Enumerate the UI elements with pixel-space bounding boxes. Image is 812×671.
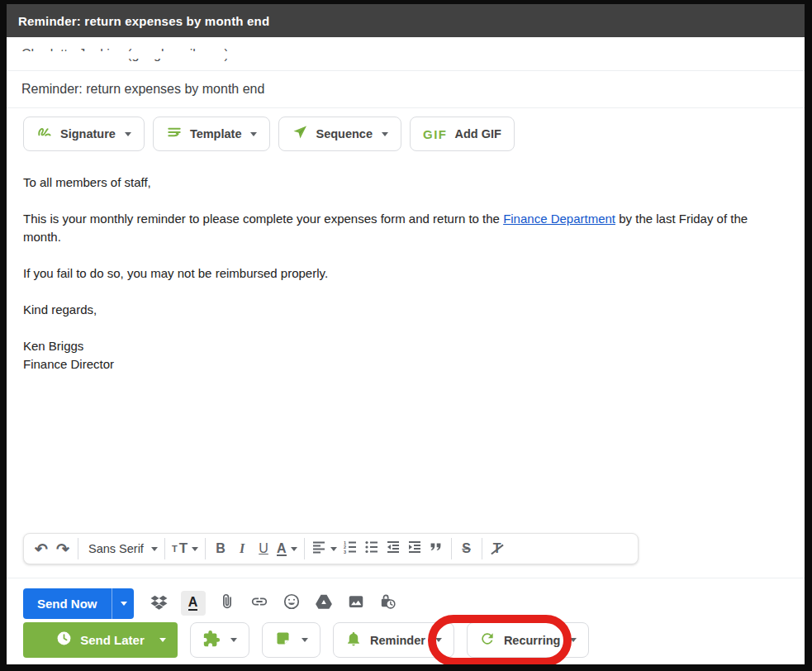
sequence-icon bbox=[292, 124, 308, 144]
underline-button[interactable]: U bbox=[253, 536, 274, 561]
insert-photo-button[interactable] bbox=[345, 592, 367, 614]
undo-button[interactable]: ↶ bbox=[31, 536, 52, 561]
strikethrough-button[interactable]: S bbox=[456, 536, 477, 561]
send-now-button[interactable]: Send Now bbox=[23, 588, 134, 619]
outdent-button[interactable] bbox=[382, 536, 404, 561]
chevron-down-icon bbox=[159, 638, 166, 642]
chevron-down-icon bbox=[192, 547, 198, 551]
confidential-mode-button[interactable] bbox=[378, 592, 399, 614]
signature-icon bbox=[36, 124, 53, 144]
strikethrough-icon: S bbox=[462, 541, 471, 556]
google-drive-icon bbox=[315, 592, 333, 614]
recurring-label: Recurring bbox=[504, 634, 561, 647]
template-icon bbox=[166, 124, 183, 144]
toolbar-divider bbox=[205, 538, 206, 559]
signature-title: Finance Director bbox=[23, 355, 788, 374]
font-family-value: Sans Serif bbox=[85, 542, 147, 555]
finance-department-link[interactable]: Finance Department bbox=[503, 212, 615, 226]
body-paragraph: This is your monthly reminder to please … bbox=[23, 210, 788, 246]
send-later-label: Send Later bbox=[80, 633, 145, 647]
chevron-down-icon bbox=[125, 132, 131, 136]
frame-border bbox=[0, 664, 812, 671]
indent-button[interactable] bbox=[404, 536, 425, 561]
body-paragraph: Kind regards, bbox=[23, 301, 788, 319]
toolbar-divider bbox=[304, 538, 305, 559]
redo-button[interactable]: ↷ bbox=[52, 536, 74, 561]
italic-button[interactable]: I bbox=[231, 536, 253, 561]
recipient-row[interactable]: Charlotte Jenkins (googlemail.com) bbox=[7, 37, 805, 71]
toolbar-divider bbox=[482, 538, 482, 559]
chevron-down-icon bbox=[291, 547, 297, 551]
reminder-label: Reminder bbox=[370, 634, 425, 647]
send-now-dropdown[interactable] bbox=[112, 588, 134, 619]
italic-icon: I bbox=[240, 541, 245, 556]
quote-button[interactable] bbox=[425, 536, 447, 561]
align-button[interactable] bbox=[309, 536, 340, 561]
compose-window: Reminder: return expenses by month end C… bbox=[7, 4, 805, 664]
clear-formatting-button[interactable]: T bbox=[487, 536, 508, 561]
add-gif-button[interactable]: GIF Add GIF bbox=[410, 117, 515, 151]
dropbox-button[interactable] bbox=[149, 592, 170, 614]
bullet-list-button[interactable] bbox=[361, 536, 382, 561]
chevron-down-icon bbox=[151, 547, 158, 551]
clock-icon bbox=[56, 631, 72, 650]
font-size-button[interactable]: TT bbox=[169, 536, 201, 561]
notes-menu-button[interactable] bbox=[262, 622, 321, 658]
formatting-options-icon: A bbox=[188, 596, 198, 611]
subject-text: Reminder: return expenses by month end bbox=[21, 82, 264, 97]
chevron-down-icon bbox=[570, 638, 577, 642]
numbered-list-icon: 123 bbox=[343, 540, 358, 558]
bullet-list-icon bbox=[364, 540, 379, 558]
insert-link-button[interactable] bbox=[249, 592, 270, 614]
image-icon bbox=[347, 592, 365, 614]
formatting-toolbar: ↶ ↷ Sans Serif TT B I U A bbox=[23, 533, 639, 564]
sticky-note-icon bbox=[274, 630, 292, 650]
underline-icon: U bbox=[259, 541, 268, 556]
paperclip-icon bbox=[218, 592, 236, 614]
formatting-options-button[interactable]: A bbox=[181, 591, 206, 616]
chevron-down-icon bbox=[302, 638, 308, 642]
bell-icon bbox=[345, 631, 362, 650]
chevron-down-icon bbox=[330, 547, 337, 551]
insert-emoji-button[interactable] bbox=[281, 592, 302, 614]
clear-formatting-icon: T bbox=[493, 541, 501, 556]
compose-titlebar[interactable]: Reminder: return expenses by month end bbox=[7, 4, 805, 37]
sequence-label: Sequence bbox=[316, 127, 373, 140]
chevron-down-icon bbox=[230, 638, 237, 642]
signature-button[interactable]: Signature bbox=[23, 117, 145, 151]
indent-decrease-icon bbox=[386, 540, 401, 558]
extension-menu-button[interactable] bbox=[190, 622, 249, 658]
chevron-down-icon bbox=[121, 602, 127, 606]
quote-icon bbox=[429, 540, 444, 558]
attach-file-button[interactable] bbox=[216, 592, 238, 614]
subject-row[interactable]: Reminder: return expenses by month end bbox=[7, 71, 805, 108]
send-later-button[interactable]: Send Later bbox=[23, 622, 178, 658]
lock-clock-icon bbox=[378, 592, 397, 615]
body-paragraph: If you fail to do so, you may not be rei… bbox=[23, 264, 788, 283]
signature-label: Signature bbox=[60, 127, 116, 140]
reminder-button[interactable]: Reminder bbox=[333, 622, 454, 658]
toolbar-divider bbox=[78, 538, 78, 559]
chevron-down-icon bbox=[382, 132, 388, 136]
sequence-button[interactable]: Sequence bbox=[278, 117, 401, 151]
google-drive-button[interactable] bbox=[313, 592, 335, 614]
message-body-editor[interactable]: To all members of staff, This is your mo… bbox=[7, 165, 805, 529]
add-gif-label: Add GIF bbox=[454, 127, 501, 140]
recipient-obscure-strip bbox=[7, 51, 805, 59]
align-left-icon bbox=[311, 540, 326, 558]
font-family-select[interactable]: Sans Serif bbox=[83, 536, 160, 561]
recurring-icon bbox=[479, 631, 496, 650]
screenshot-frame: Reminder: return expenses by month end C… bbox=[0, 0, 812, 671]
gif-icon: GIF bbox=[423, 127, 448, 141]
divider bbox=[7, 578, 805, 578]
send-now-label: Send Now bbox=[23, 588, 112, 619]
schedule-bar: Send Later Reminder Recurring bbox=[7, 622, 805, 664]
numbered-list-button[interactable]: 123 bbox=[340, 536, 361, 561]
signature-name: Ken Briggs bbox=[23, 337, 788, 355]
compose-icon-bar: A bbox=[149, 591, 399, 616]
font-size-icon: T bbox=[172, 544, 178, 554]
recurring-button[interactable]: Recurring bbox=[467, 622, 590, 658]
template-button[interactable]: Template bbox=[153, 117, 271, 151]
bold-button[interactable]: B bbox=[210, 536, 231, 561]
text-color-button[interactable]: A bbox=[274, 536, 300, 561]
